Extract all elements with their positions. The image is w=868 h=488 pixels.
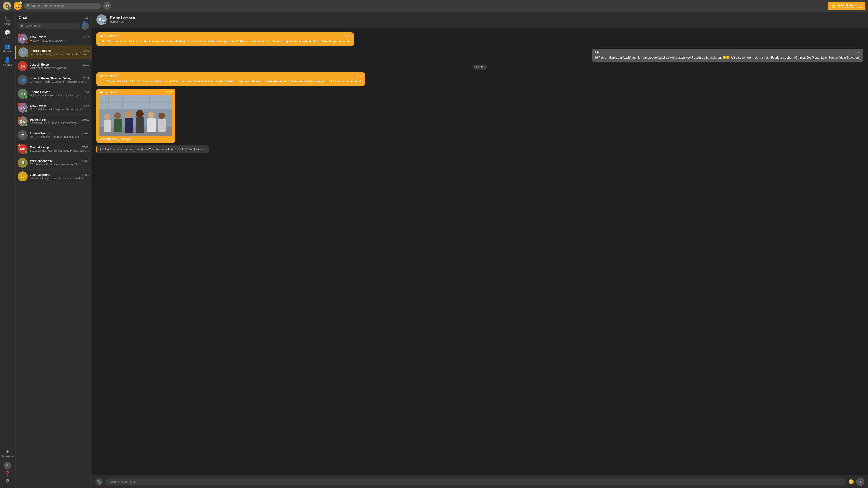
list-item[interactable]: MK — ✓ Manuel Kemp 07.05. Bezüglich des … xyxy=(15,142,92,156)
svg-rect-14 xyxy=(125,118,133,133)
chat-item-preview: Schaffst du es heute ins Team-Meeting? xyxy=(30,122,78,125)
chat-avatar: PL ✓ xyxy=(18,47,28,57)
chat-item-content: Elea Lovato 13:12 Bereit für die Präsent… xyxy=(30,35,89,42)
chat-item-name: Pierre Lambert xyxy=(31,49,51,53)
chat-item-content: Vertriebschannel 07.05. Für die neue Akt… xyxy=(30,159,89,166)
chat-item-time: 09:10 xyxy=(83,91,89,94)
check-badge: ✓ xyxy=(24,109,28,112)
team-photo[interactable] xyxy=(99,95,172,136)
send-button[interactable]: ➤ xyxy=(856,478,864,486)
sidebar-label-meetings: Meetings xyxy=(3,50,12,53)
chat-avatar: JH xyxy=(18,61,28,71)
list-item[interactable]: JV Julia Valentine 07.05. Lass uns das g… xyxy=(15,170,92,184)
message-sender: Pierre Lambert xyxy=(99,74,119,78)
sidebar-item-kontakte[interactable]: 👤 Kontakte xyxy=(0,55,15,68)
message-sender: Pierre Lambert xyxy=(99,35,119,38)
chat-item-preview: Alle Termine könnt ihr im Firmenkalender… xyxy=(30,135,82,138)
global-search-input[interactable] xyxy=(32,4,98,7)
sidebar-item-anrufe[interactable]: 📞 Anrufe xyxy=(0,14,15,28)
contact-name: Pierre Lambert xyxy=(110,16,856,20)
attach-button[interactable]: 📎 xyxy=(95,478,103,486)
list-item[interactable]: TO ✓ Thomas Oster 09:10 Hallo, ich wollt… xyxy=(15,87,92,101)
list-item[interactable]: JH Joseph Heise 11:11 Heute zusammen Mit… xyxy=(15,59,92,73)
chat-header-info: Pierre Lambert Homeoffice xyxy=(110,16,856,23)
image-caption: Marketingteam_Berlin.jpg xyxy=(99,137,172,140)
list-item[interactable]: PL ✓ Pierre Lambert 12:55 Ich fände es c… xyxy=(15,46,92,59)
global-search[interactable]: 🔍 xyxy=(24,3,101,9)
sidebar-item-workspace[interactable]: ⊞ Workspace xyxy=(0,447,15,460)
sidebar-item-meetings[interactable]: 👥 Meetings xyxy=(0,41,15,55)
message-sender: Pierre Lambert xyxy=(99,91,119,94)
message-sender: Ich xyxy=(595,51,599,54)
back-icon: ↩ xyxy=(105,3,109,8)
list-item[interactable]: EA — ✓ Elea Lovato 09:02 Hi, ich hatte e… xyxy=(15,101,92,115)
list-item[interactable]: EA — ✓ Elea Lovato 13:12 Bereit für die … xyxy=(15,32,92,46)
status-indicator xyxy=(8,7,11,10)
list-item[interactable]: 👥 Joseph Heise, Thomas Oster, ... 10:15 … xyxy=(15,73,92,87)
sidebar-item-chat[interactable]: 💬 Chat xyxy=(0,28,15,41)
chat-item-content: Elea Lovato 09:02 Hi, ich hatte eine Anf… xyxy=(30,104,89,111)
paperclip-icon: 📎 xyxy=(97,480,101,484)
chat-avatar: EA — ✓ xyxy=(18,103,28,112)
add-chat-button[interactable]: 👤+ xyxy=(82,22,89,30)
draft-text: Ich fände es cool, wenn wir noch das Tea… xyxy=(100,148,206,151)
svg-point-11 xyxy=(114,112,121,119)
chat-search-wrap[interactable]: 🔍 xyxy=(18,23,80,29)
status-dot xyxy=(25,41,27,43)
plus-icon: + xyxy=(6,463,8,468)
chat-item-content: Daniel Abel 08.05. Schaffst du es heute … xyxy=(30,118,89,125)
notification-bell[interactable]: 🔔 5 xyxy=(13,2,22,10)
starface-logo: ⭐ STARFACE COMFORTPHONING xyxy=(828,2,865,10)
chat-item-content: Joseph Heise 11:11 Heute zusammen Mittag… xyxy=(30,63,89,70)
chat-item-time: 10:15 xyxy=(83,77,89,80)
chat-item-time: 07.05. xyxy=(82,160,89,162)
chat-item-preview: Hi, ich hatte eine Anfrage von Herrn Rog… xyxy=(30,108,86,111)
check-badge: ✓ xyxy=(24,96,28,99)
chat-item-name: Vertriebschannel xyxy=(30,159,54,163)
chat-item-name: Joseph Heise xyxy=(30,63,49,66)
filter-icon[interactable]: ≡ xyxy=(86,15,88,20)
remove-badge: — xyxy=(18,103,21,106)
chat-search-input[interactable] xyxy=(25,24,77,28)
message-time: 12:47 xyxy=(854,51,860,54)
back-button[interactable]: ↩ xyxy=(103,2,111,10)
chat-item-time: 11:11 xyxy=(83,63,89,66)
help-icon[interactable]: ❓ xyxy=(4,471,10,476)
remove-badge: — xyxy=(18,34,21,37)
add-person-icon: 👤+ xyxy=(82,21,89,31)
topbar: 👩 🔔 5 🔍 ↩ ⭐ STARFACE COMFORTPHONING xyxy=(0,0,868,12)
contact-status: Homeoffice xyxy=(110,20,856,23)
chat-item-content: Pierre Lambert 12:55 Ich fände es cool, … xyxy=(31,49,89,56)
meetings-icon: 👥 xyxy=(4,43,10,49)
chat-input-area: 📎 😊 ➤ xyxy=(92,475,868,488)
chat-item-time: 12:55 xyxy=(83,50,89,52)
add-button[interactable]: + xyxy=(4,462,11,469)
chat-item-content: Thomas Oster 09:10 Hallo, ich wollte mic… xyxy=(30,90,89,97)
message-time: 12:55 xyxy=(355,75,362,77)
check-badge: ✓ xyxy=(24,123,28,126)
message-text: Hi, ich hatte jetzt Zeit mich durch die … xyxy=(99,79,362,84)
sidebar-label-workspace: Workspace xyxy=(2,455,13,458)
user-avatar[interactable]: 👩 xyxy=(3,2,11,10)
message-input[interactable] xyxy=(105,478,846,485)
date-divider: Heute xyxy=(96,65,864,70)
more-options-icon[interactable]: ⋯ xyxy=(859,17,864,22)
chat-item-time: 08.05. xyxy=(82,119,89,121)
emoji-button[interactable]: 😊 xyxy=(848,479,854,484)
messages-area: Pierre Lambert 12:34 Hallo Christine, ic… xyxy=(92,28,868,475)
svg-rect-12 xyxy=(114,119,122,132)
list-item[interactable]: DA — ✓ Daniel Abel 08.05. Schaffst du es… xyxy=(15,115,92,128)
chat-avatar: MK — ✓ xyxy=(18,144,28,154)
chat-list-header: Chat ≡ xyxy=(15,12,92,22)
chat-item-preview: Für die neue Aktion steht uns neues Info… xyxy=(30,163,81,166)
send-icon: ➤ xyxy=(859,480,862,484)
chat-item-preview: Hallo, ich wollte mich einmal melden, we… xyxy=(30,94,86,97)
chat-item-preview: Ich fände es cool, wenn wir noch das Tea… xyxy=(31,53,89,56)
sidebar-label-kontakte: Kontakte xyxy=(3,64,12,66)
chat-item-time: 08.05. xyxy=(82,132,89,135)
logo-sub: COMFORTPHONING xyxy=(838,6,862,8)
chat-avatar: DA — ✓ xyxy=(18,116,28,126)
settings-icon[interactable]: ⚙ xyxy=(5,478,9,484)
list-item[interactable]: 📢 Vertriebschannel 07.05. Für die neue A… xyxy=(15,156,92,170)
list-item[interactable]: # Interne Events 08.05. Alle Termine kön… xyxy=(15,128,92,142)
